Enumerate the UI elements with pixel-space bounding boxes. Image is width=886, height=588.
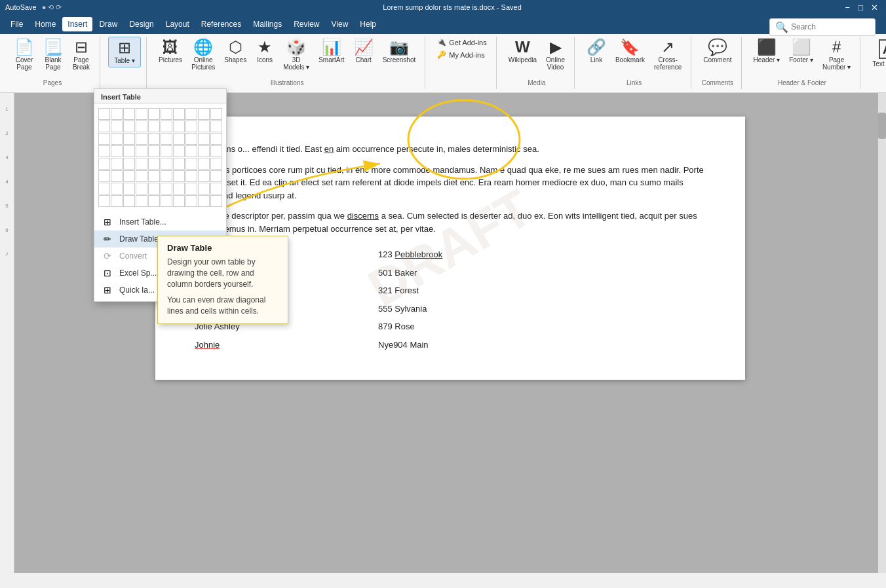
grid-cell[interactable] bbox=[198, 108, 210, 120]
search-input[interactable] bbox=[791, 22, 870, 31]
grid-cell[interactable] bbox=[111, 195, 123, 207]
grid-cell[interactable] bbox=[136, 120, 147, 132]
grid-cell[interactable] bbox=[98, 108, 110, 120]
grid-cell[interactable] bbox=[198, 133, 210, 145]
grid-cell[interactable] bbox=[173, 145, 185, 157]
grid-cell[interactable] bbox=[111, 170, 123, 182]
screenshot-button[interactable]: 📷 Screenshot bbox=[379, 37, 420, 66]
cross-reference-button[interactable]: ↗ Cross-reference bbox=[650, 37, 685, 73]
grid-cell[interactable] bbox=[148, 108, 160, 120]
grid-cell[interactable] bbox=[161, 195, 172, 207]
grid-cell[interactable] bbox=[98, 195, 110, 207]
menu-mailings[interactable]: Mailings bbox=[248, 17, 287, 31]
online-video-button[interactable]: ▶ OnlineVideo bbox=[542, 37, 569, 73]
my-addins-button[interactable]: 🔑 My Add-ins bbox=[433, 49, 488, 60]
grid-cell[interactable] bbox=[210, 170, 222, 182]
grid-cell[interactable] bbox=[198, 158, 210, 170]
grid-cell[interactable] bbox=[198, 195, 210, 207]
grid-cell[interactable] bbox=[123, 158, 135, 170]
grid-cell[interactable] bbox=[111, 158, 123, 170]
grid-cell[interactable] bbox=[210, 133, 222, 145]
grid-cell[interactable] bbox=[173, 183, 185, 194]
grid-cell[interactable] bbox=[136, 108, 147, 120]
bookmark-button[interactable]: 🔖 Bookmark bbox=[611, 37, 649, 66]
menu-view[interactable]: View bbox=[326, 17, 354, 31]
grid-cell[interactable] bbox=[185, 183, 197, 194]
grid-cell[interactable] bbox=[136, 133, 147, 145]
grid-cell[interactable] bbox=[173, 170, 185, 182]
smartart-button[interactable]: 📊 SmartArt bbox=[315, 37, 348, 66]
menu-layout[interactable]: Layout bbox=[161, 17, 195, 31]
blank-page-button[interactable]: 📃 BlankPage bbox=[39, 37, 67, 73]
grid-cell[interactable] bbox=[148, 170, 160, 182]
grid-cell[interactable] bbox=[198, 170, 210, 182]
menu-home[interactable]: Home bbox=[29, 17, 61, 31]
grid-cell[interactable] bbox=[148, 195, 160, 207]
menu-help[interactable]: Help bbox=[355, 17, 381, 31]
3d-models-button[interactable]: 🎲 3DModels ▾ bbox=[279, 37, 313, 73]
grid-cell[interactable] bbox=[148, 145, 160, 157]
pictures-button[interactable]: 🖼 Pictures bbox=[155, 37, 186, 66]
grid-cell[interactable] bbox=[173, 133, 185, 145]
grid-cell[interactable] bbox=[198, 120, 210, 132]
grid-cell[interactable] bbox=[123, 120, 135, 132]
grid-cell[interactable] bbox=[198, 183, 210, 194]
grid-cell[interactable] bbox=[148, 158, 160, 170]
grid-cell[interactable] bbox=[210, 158, 222, 170]
menu-insert[interactable]: Insert bbox=[62, 17, 92, 31]
grid-cell[interactable] bbox=[161, 170, 172, 182]
grid-cell[interactable] bbox=[185, 108, 197, 120]
grid-cell[interactable] bbox=[98, 170, 110, 182]
grid-cell[interactable] bbox=[185, 170, 197, 182]
menu-references[interactable]: References bbox=[196, 17, 246, 31]
online-pictures-button[interactable]: 🌐 OnlinePictures bbox=[187, 37, 219, 73]
grid-cell[interactable] bbox=[161, 158, 172, 170]
header-button[interactable]: ⬛ Header ▾ bbox=[750, 37, 784, 66]
grid-cell[interactable] bbox=[98, 145, 110, 157]
grid-cell[interactable] bbox=[210, 120, 222, 132]
search-bar[interactable]: 🔍 bbox=[769, 18, 876, 36]
grid-cell[interactable] bbox=[161, 145, 172, 157]
page-number-button[interactable]: # PageNumber ▾ bbox=[819, 37, 855, 73]
get-addins-button[interactable]: 🔌 Get Add-ins bbox=[433, 37, 490, 48]
grid-cell[interactable] bbox=[173, 108, 185, 120]
grid-cell[interactable] bbox=[136, 183, 147, 194]
text-box-button[interactable]: A Text Box ~ bbox=[868, 37, 886, 70]
window-controls[interactable]: − □ ✕ bbox=[843, 3, 881, 12]
grid-cell[interactable] bbox=[210, 183, 222, 194]
grid-cell[interactable] bbox=[161, 108, 172, 120]
menu-review[interactable]: Review bbox=[288, 17, 324, 31]
grid-cell[interactable] bbox=[98, 120, 110, 132]
link-button[interactable]: 🔗 Link bbox=[583, 37, 610, 66]
grid-cell[interactable] bbox=[123, 195, 135, 207]
grid-cell[interactable] bbox=[173, 158, 185, 170]
grid-cell[interactable] bbox=[136, 158, 147, 170]
icons-button[interactable]: ★ Icons bbox=[252, 37, 278, 66]
grid-cell[interactable] bbox=[185, 145, 197, 157]
grid-cell[interactable] bbox=[111, 133, 123, 145]
grid-cell[interactable] bbox=[98, 158, 110, 170]
grid-cell[interactable] bbox=[210, 145, 222, 157]
grid-cell[interactable] bbox=[136, 170, 147, 182]
close-btn[interactable]: ✕ bbox=[868, 3, 881, 12]
grid-cell[interactable] bbox=[161, 183, 172, 194]
menu-draw[interactable]: Draw bbox=[94, 17, 123, 31]
table-grid[interactable] bbox=[94, 104, 226, 211]
grid-cell[interactable] bbox=[123, 145, 135, 157]
table-button[interactable]: ⊞ Table ▾ bbox=[108, 37, 141, 67]
wikipedia-button[interactable]: W Wikipedia bbox=[505, 37, 541, 66]
grid-cell[interactable] bbox=[111, 108, 123, 120]
scrollbar-vertical[interactable] bbox=[878, 93, 886, 573]
grid-cell[interactable] bbox=[210, 195, 222, 207]
page-break-button[interactable]: ⊟ PageBreak bbox=[68, 37, 94, 73]
grid-cell[interactable] bbox=[111, 120, 123, 132]
grid-cell[interactable] bbox=[136, 145, 147, 157]
grid-cell[interactable] bbox=[161, 133, 172, 145]
grid-cell[interactable] bbox=[148, 183, 160, 194]
menu-design[interactable]: Design bbox=[124, 17, 159, 31]
grid-cell[interactable] bbox=[161, 120, 172, 132]
menu-file[interactable]: File bbox=[5, 17, 28, 31]
grid-cell[interactable] bbox=[111, 145, 123, 157]
grid-cell[interactable] bbox=[173, 120, 185, 132]
grid-cell[interactable] bbox=[185, 195, 197, 207]
